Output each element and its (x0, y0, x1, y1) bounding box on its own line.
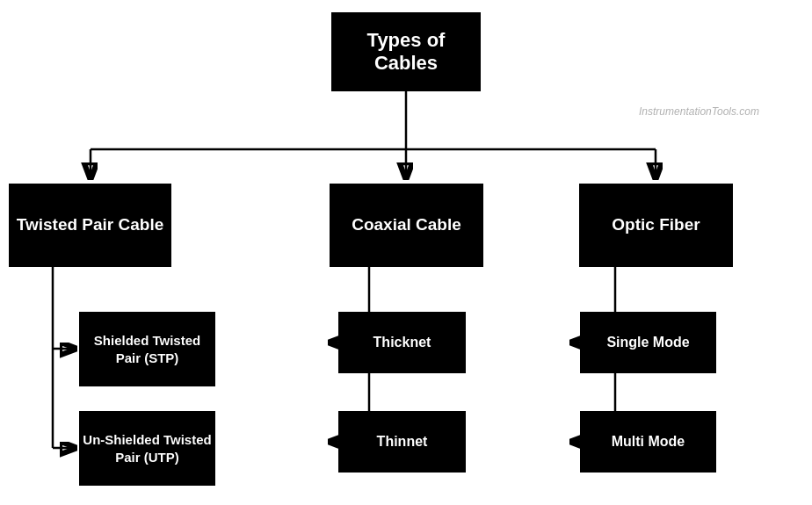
twisted-pair-label: Twisted Pair Cable (17, 215, 164, 235)
root-node: Types of Cables (331, 12, 481, 91)
utp-node: Un-Shielded Twisted Pair (UTP) (79, 411, 215, 486)
root-label: Types of Cables (333, 29, 479, 76)
optic-fiber-node: Optic Fiber (579, 184, 733, 267)
utp-label: Un-Shielded Twisted Pair (UTP) (81, 431, 214, 465)
coaxial-label: Coaxial Cable (352, 215, 461, 235)
coaxial-node: Coaxial Cable (330, 184, 483, 267)
stp-node: Shielded Twisted Pair (STP) (79, 312, 215, 386)
watermark: InstrumentationTools.com (639, 105, 759, 118)
multi-mode-node: Multi Mode (580, 411, 716, 473)
single-mode-node: Single Mode (580, 312, 716, 373)
optic-fiber-label: Optic Fiber (612, 215, 700, 235)
single-mode-label: Single Mode (606, 335, 689, 350)
thinnet-label: Thinnet (377, 434, 428, 450)
thicknet-label: Thicknet (373, 335, 431, 350)
thinnet-node: Thinnet (338, 411, 466, 473)
thicknet-node: Thicknet (338, 312, 466, 373)
stp-label: Shielded Twisted Pair (STP) (81, 332, 214, 366)
twisted-pair-node: Twisted Pair Cable (9, 184, 171, 267)
diagram: Types of Cables Twisted Pair Cable Coaxi… (0, 0, 812, 505)
multi-mode-label: Multi Mode (612, 434, 685, 450)
